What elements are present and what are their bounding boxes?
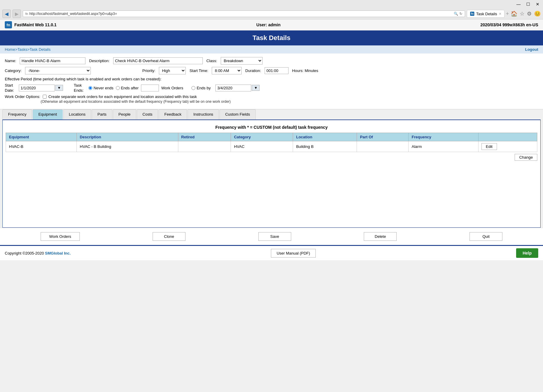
edit-button[interactable]: Edit [481,143,497,150]
start-label: Start [5,83,14,88]
delete-button[interactable]: Delete [364,232,397,241]
category-select[interactable]: -None- [25,67,91,74]
tab-instructions[interactable]: Instructions [188,109,219,120]
start-date-picker-button[interactable]: ▼ [55,85,63,91]
breadcrumb: Home>Tasks>Task Details [5,47,50,52]
user-manual-button[interactable]: User Manual (PDF) [271,249,316,258]
copyright: Copyright ©2005-2020 SMGlobal Inc. [5,251,71,255]
browser-titlebar: — ☐ ✕ [0,0,543,8]
browser-toolbar-icons: 🏠 ☆ ⚙ 😊 [511,10,541,17]
ends-by-date-picker-button[interactable]: ▼ [252,85,260,91]
breadcrumb-sep2: > [27,47,30,52]
cell-category: HVAC [231,141,293,152]
quit-button[interactable]: Quit [470,232,502,241]
breadcrumb-bar: Home>Tasks>Task Details Logout [0,45,543,53]
tab-people[interactable]: People [113,109,136,120]
tab-equipment[interactable]: Equipment [33,109,62,120]
separate-work-orders-text: Create separate work orders for each equ… [48,94,197,99]
form-row-2: Category: -None- Priority: High Medium L… [5,67,538,74]
effective-period: Effective Period (time period during whi… [5,77,538,93]
maximize-button[interactable]: ☐ [525,1,531,7]
forward-button[interactable]: ▶ [13,10,21,18]
tab-close-button[interactable]: × [499,11,501,16]
cell-retired [178,141,231,152]
tab-frequency[interactable]: Frequency [2,109,32,120]
breadcrumb-current: Task Details [30,47,50,52]
class-select[interactable]: Breakdown Preventive Corrective [221,57,263,65]
ends-after-input[interactable] [141,85,159,91]
never-ends-radio-item[interactable]: Never ends [88,86,113,90]
task-ends-radio-group: Never ends Ends after Work Orders Ends b… [88,85,211,91]
never-ends-radio[interactable] [88,86,92,90]
copyright-text: Copyright ©2005-2020 [5,251,45,255]
ends-by-radio[interactable] [191,86,195,90]
new-tab-button[interactable]: + [506,11,509,17]
work-order-options: Work Order Options: Create separate work… [5,94,538,104]
start-time-select[interactable]: 8:00 AM 9:00 AM [212,67,242,74]
col-retired: Retired [178,133,231,141]
description-input[interactable] [113,57,203,64]
clone-button[interactable]: Clone [153,232,185,241]
help-button[interactable]: Help [516,248,538,258]
minimize-button[interactable]: — [516,1,521,7]
tab-costs[interactable]: Costs [137,109,158,120]
logo-icon: fn [5,21,12,28]
name-input[interactable] [20,57,85,64]
ends-after-radio[interactable] [116,86,120,90]
ends-by-radio-item[interactable]: Ends by [191,86,211,90]
effective-row: Start Date: ▼ Task Ends: Never ends Ends… [5,83,538,93]
back-button[interactable]: ◀ [2,10,11,18]
tab-favicon: fn [470,12,474,16]
cell-description: HVAC - B Building [77,141,178,152]
priority-select[interactable]: High Medium Low [159,67,186,74]
star-icon[interactable]: ☆ [520,10,524,17]
cell-edit[interactable]: Edit [478,141,537,152]
duration-input[interactable] [265,67,289,74]
start-date-input[interactable] [19,85,55,91]
table-header: Equipment Description Retired Category L… [6,133,537,141]
cell-location: Building B [293,141,357,152]
separate-work-orders-checkbox[interactable] [43,95,47,99]
work-orders-label: Work Orders [161,86,183,90]
hours-minutes-label: Hours: Minutes [292,68,318,73]
breadcrumb-tasks-link[interactable]: Tasks [17,47,27,52]
section-title: Frequency with * = CUSTOM (not default) … [6,123,537,133]
search-icon[interactable]: 🔍 [454,12,458,16]
change-button[interactable]: Change [515,154,537,161]
home-icon[interactable]: 🏠 [511,10,517,17]
name-label: Name: [5,59,16,63]
date-label: Date: [5,88,14,93]
effective-period-label: Effective Period (time period during whi… [5,77,538,81]
ends-by-date-input[interactable] [215,85,251,91]
url-text: http://localhost/fastmaint_web/taskedit.… [29,12,452,16]
separate-work-orders-label[interactable]: Create separate work orders for each equ… [43,94,197,99]
tab-locations[interactable]: Locations [63,109,91,120]
start-time-label: Start Time: [189,68,208,73]
col-equipment: Equipment [6,133,77,141]
datetime-label: 2020/03/04 999wX663h en-US [480,22,538,27]
tab-parts[interactable]: Parts [92,109,112,120]
col-actions [478,133,537,141]
logout-link[interactable]: Logout [525,47,538,52]
form-area: Name: Description: Class: Breakdown Prev… [0,53,543,109]
col-part-of: Part Of [357,133,409,141]
equipment-table: Equipment Description Retired Category L… [6,133,537,152]
ends-label: Ends: [74,88,84,93]
work-order-options-row: Work Order Options: Create separate work… [5,94,538,99]
change-btn-row: Change [6,152,537,163]
close-button[interactable]: ✕ [535,1,541,7]
tab-feedback[interactable]: Feedback [159,109,187,120]
cell-frequency: Alarm [409,141,478,152]
company-link[interactable]: SMGlobal Inc. [45,251,71,255]
breadcrumb-home-link[interactable]: Home [5,47,15,52]
ends-after-radio-item[interactable]: Ends after [116,86,139,90]
browser-tab[interactable]: fn Task Details × [467,10,504,18]
table-row: HVAC-B HVAC - B Building HVAC Building B… [6,141,537,152]
work-orders-button[interactable]: Work Orders [41,232,80,241]
smiley-icon[interactable]: 😊 [534,10,541,17]
save-button[interactable]: Save [258,232,291,241]
gear-icon[interactable]: ⚙ [527,10,532,17]
address-bar[interactable]: fn http://localhost/fastmaint_web/tasked… [23,10,465,17]
tab-custom-fields[interactable]: Custom Fields [220,109,256,120]
refresh-icon[interactable]: ↻ [459,12,462,16]
